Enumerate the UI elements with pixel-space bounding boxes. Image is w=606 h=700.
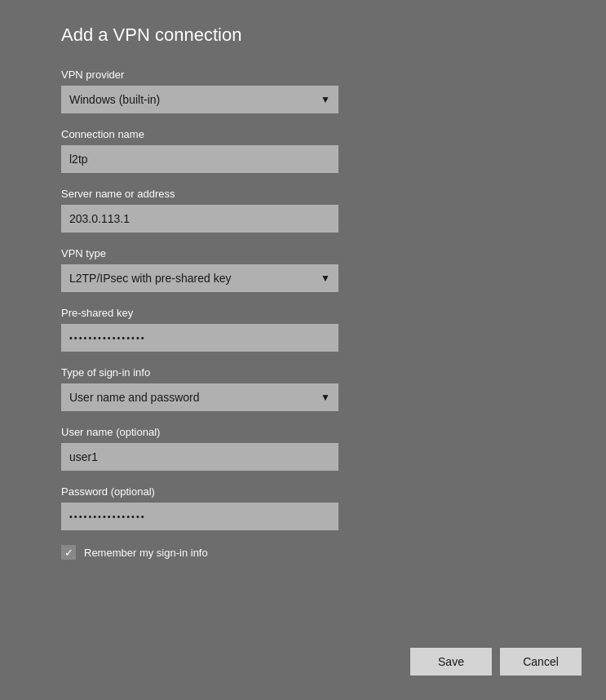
password-label: Password (optional): [61, 485, 545, 498]
connection-name-value: l2tp: [69, 153, 88, 166]
remember-signin-label: Remember my sign-in info: [84, 547, 208, 559]
server-name-label: Server name or address: [61, 188, 545, 200]
username-label: User name (optional): [61, 426, 545, 438]
pre-shared-key-group: Pre-shared key ••••••••••••••••: [61, 307, 545, 352]
server-name-value: 203.0.113.1: [69, 212, 130, 225]
vpn-provider-label: VPN provider: [61, 69, 545, 81]
remember-signin-checkbox[interactable]: ✓: [61, 545, 76, 560]
username-input-box[interactable]: user1: [61, 443, 338, 471]
dialog: Add a VPN connection VPN provider Window…: [0, 0, 606, 700]
vpn-provider-select[interactable]: Windows (built-in): [61, 86, 338, 113]
sign-in-type-select-wrapper[interactable]: User name and password ▼: [61, 383, 338, 411]
vpn-type-select-wrapper[interactable]: L2TP/IPsec with pre-shared key ▼: [61, 264, 338, 292]
username-value: user1: [69, 450, 98, 463]
password-value: ••••••••••••••••: [69, 512, 146, 521]
username-group: User name (optional) user1: [61, 426, 545, 471]
page-title: Add a VPN connection: [61, 24, 545, 46]
sign-in-type-label: Type of sign-in info: [61, 366, 545, 379]
save-button[interactable]: Save: [410, 648, 492, 676]
button-row: Save Cancel: [410, 648, 582, 676]
sign-in-type-group: Type of sign-in info User name and passw…: [61, 366, 545, 411]
pre-shared-key-input[interactable]: ••••••••••••••••: [61, 324, 338, 352]
vpn-type-group: VPN type L2TP/IPsec with pre-shared key …: [61, 247, 545, 292]
pre-shared-key-value: ••••••••••••••••: [69, 333, 146, 343]
password-group: Password (optional) ••••••••••••••••: [61, 485, 545, 530]
vpn-type-label: VPN type: [61, 247, 545, 259]
password-input[interactable]: ••••••••••••••••: [61, 503, 338, 530]
sign-in-type-select[interactable]: User name and password: [61, 383, 338, 411]
vpn-provider-select-wrapper[interactable]: Windows (built-in) ▼: [61, 86, 338, 113]
pre-shared-key-label: Pre-shared key: [61, 307, 545, 319]
vpn-type-select[interactable]: L2TP/IPsec with pre-shared key: [61, 264, 338, 292]
connection-name-label: Connection name: [61, 128, 545, 140]
remember-signin-row[interactable]: ✓ Remember my sign-in info: [61, 545, 545, 560]
server-name-group: Server name or address 203.0.113.1: [61, 188, 545, 233]
vpn-provider-group: VPN provider Windows (built-in) ▼: [61, 69, 545, 113]
server-name-input-box[interactable]: 203.0.113.1: [61, 205, 338, 233]
connection-name-group: Connection name l2tp: [61, 128, 545, 173]
cancel-button[interactable]: Cancel: [500, 648, 582, 676]
checkbox-check-icon: ✓: [64, 547, 73, 558]
connection-name-input-box[interactable]: l2tp: [61, 145, 338, 173]
